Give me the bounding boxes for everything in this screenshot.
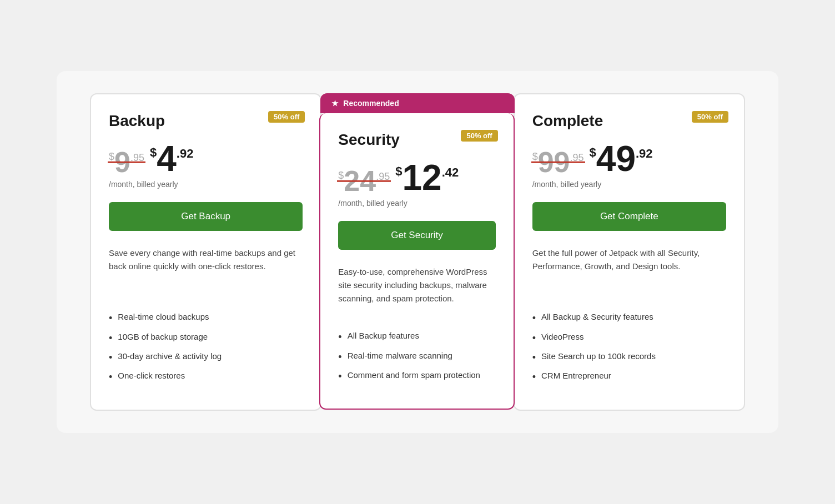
price-row-backup: $9.95$4.92: [109, 141, 303, 177]
list-item: Comment and form spam protection: [338, 367, 495, 386]
billing-note-backup: /month, billed yearly: [109, 180, 303, 189]
orig-dollar: $: [109, 151, 114, 163]
orig-amount: 9: [114, 148, 130, 177]
plan-card-backup: 50% offBackup$9.95$4.92/month, billed ye…: [90, 93, 321, 411]
plan-description-security: Easy-to-use, comprehensive WordPress sit…: [338, 265, 495, 310]
orig-cents: .95: [376, 171, 390, 183]
recommended-plan-wrapper: ★Recommended50% offSecurity$24.95$12.42/…: [320, 93, 514, 410]
curr-amount: 49: [596, 141, 636, 177]
features-list-complete: All Backup & Security featuresVideoPress…: [532, 309, 726, 387]
curr-dollar: $: [590, 145, 596, 160]
discount-badge-security: 50% off: [461, 130, 497, 142]
billing-note-security: /month, billed yearly: [338, 199, 495, 208]
orig-dollar: $: [338, 170, 344, 182]
orig-cents: .95: [130, 152, 144, 164]
recommended-label: Recommended: [343, 99, 399, 108]
list-item: 30-day archive & activity log: [109, 348, 303, 367]
original-price-backup: $9.95: [109, 148, 144, 177]
list-item: All Backup features: [338, 327, 495, 347]
plan-card-security: 50% offSecurity$24.95$12.42/month, bille…: [319, 113, 514, 410]
curr-dollar: $: [395, 164, 402, 179]
list-item: Site Search up to 100k records: [532, 348, 726, 367]
curr-amount: 12: [402, 160, 441, 195]
curr-amount: 4: [157, 141, 177, 177]
price-row-complete: $99.95$49.92: [532, 141, 726, 177]
list-item: Real-time cloud backups: [109, 309, 303, 328]
current-price-backup: $4.92: [150, 141, 193, 177]
orig-cents: .95: [570, 152, 584, 164]
curr-cents: .92: [636, 147, 653, 161]
cta-button-complete[interactable]: Get Complete: [532, 202, 726, 231]
list-item: VideoPress: [532, 329, 726, 348]
current-price-complete: $49.92: [590, 141, 653, 177]
orig-amount: 24: [344, 167, 376, 195]
plan-description-backup: Save every change with real-time backups…: [109, 246, 303, 291]
list-item: CRM Entrepreneur: [532, 367, 726, 387]
discount-badge-backup: 50% off: [268, 111, 305, 123]
price-row-security: $24.95$12.42: [338, 160, 495, 195]
pricing-container: 50% offBackup$9.95$4.92/month, billed ye…: [57, 71, 778, 433]
plan-description-complete: Get the full power of Jetpack with all S…: [532, 246, 726, 291]
recommended-banner: ★Recommended: [320, 93, 514, 113]
plan-card-complete: 50% offComplete$99.95$49.92/month, bille…: [514, 93, 745, 411]
current-price-security: $12.42: [395, 160, 459, 195]
list-item: One-click restores: [109, 367, 303, 387]
list-item: All Backup & Security features: [532, 309, 726, 328]
original-price-security: $24.95: [338, 167, 390, 195]
orig-dollar: $: [532, 151, 538, 163]
discount-badge-complete: 50% off: [692, 111, 728, 123]
star-icon: ★: [331, 99, 339, 108]
list-item: 10GB of backup storage: [109, 329, 303, 348]
features-list-backup: Real-time cloud backups10GB of backup st…: [109, 309, 303, 387]
cta-button-backup[interactable]: Get Backup: [109, 202, 303, 231]
billing-note-complete: /month, billed yearly: [532, 180, 726, 189]
curr-cents: .92: [177, 147, 194, 161]
orig-amount: 99: [538, 148, 570, 177]
cta-button-security[interactable]: Get Security: [338, 221, 495, 250]
list-item: Real-time malware scanning: [338, 347, 495, 367]
curr-dollar: $: [150, 145, 157, 160]
features-list-security: All Backup featuresReal-time malware sca…: [338, 327, 495, 386]
original-price-complete: $99.95: [532, 148, 584, 177]
curr-cents: .42: [442, 165, 459, 180]
